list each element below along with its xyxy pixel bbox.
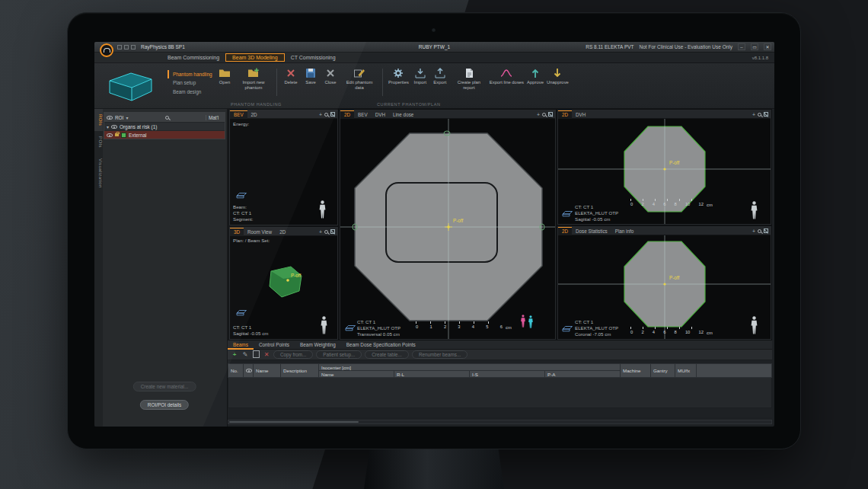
roi-group-row[interactable]: Organs at risk (1) [104,122,225,130]
column-name[interactable]: Name [254,364,281,378]
column-no[interactable]: No. [228,364,244,378]
tab-beam-weighting[interactable]: Beam Weighting [295,340,341,350]
close-button[interactable]: ✕ [764,43,771,50]
expand-icon[interactable] [330,229,335,234]
import-new-phantom-button[interactable]: Import new phantom [236,67,271,90]
unapprove-button[interactable]: Unapprove [547,67,569,85]
tab-beam-3d-modeling[interactable]: Beam 3D Modeling [225,53,285,62]
crosshair-tool-icon[interactable] [319,112,322,117]
eye-icon[interactable] [107,116,113,120]
tab-control-points[interactable]: Control Points [254,340,295,350]
renumber-beams-button[interactable]: Renumber beams... [412,350,468,359]
sagittal-slice-view[interactable]: P-off 024681012 cm CT: CT 1 ELEKTA_HLUT … [558,119,771,224]
crosshair-tool-icon[interactable] [537,112,540,117]
zoom-icon[interactable] [758,113,761,117]
create-plan-report-button[interactable]: Create plan report [452,67,487,90]
zoom-icon[interactable] [324,113,328,117]
column-iso-pa[interactable]: P-A [545,371,621,378]
vp-tab-2d[interactable]: 2D [558,110,572,119]
vp-tab-2d[interactable]: 2D [247,110,261,119]
viewport-sagittal[interactable]: 2D DVH P-off [557,110,771,225]
column-iso-is[interactable]: I-S [470,371,545,378]
column-machine[interactable]: Machine [621,364,651,378]
side-tab-visualization[interactable]: Visualization [94,153,103,193]
close-document-button[interactable]: Close [322,67,339,85]
approve-button[interactable]: Approve [527,67,544,85]
chevron-down-icon[interactable] [126,115,128,120]
expand-icon[interactable] [330,112,335,117]
vp-tab-dvh[interactable]: DVH [372,110,389,119]
system-menu-icon-3[interactable] [131,45,136,50]
viewport-bev[interactable]: BEV 2D Energy: Beam: CT: CT 1 [229,110,338,225]
nav-plan-setup[interactable]: Plan setup [168,78,215,87]
system-menu-icon-2[interactable] [124,45,129,50]
bev-view[interactable]: Energy: Beam: CT: CT 1 Segment: [230,119,337,225]
save-button[interactable]: Save [302,67,319,85]
vp-tab-2d[interactable]: 2D [558,227,572,235]
transversal-slice-view[interactable]: P-off 0123456 cm CT: CT 1 ELEKTA_HLUT OT… [340,119,555,339]
nav-phantom-handling[interactable]: Phantom handling [168,70,215,78]
vp-tab-dvh[interactable]: DVH [572,110,589,119]
vp-tab-2d[interactable]: 2D [340,110,354,119]
column-iso-name[interactable]: Name [319,371,394,378]
horizontal-scrollbar[interactable] [228,420,772,424]
crosshair-tool-icon[interactable] [752,229,755,234]
expand-icon[interactable] [764,229,768,233]
crosshair-tool-icon[interactable] [752,112,755,117]
create-table-button[interactable]: Create table... [365,350,409,359]
tab-beam-commissioning[interactable]: Beam Commissioning [161,54,225,61]
maximize-button[interactable]: ▭ [751,43,758,50]
roi-row-external[interactable]: External [104,130,225,139]
column-description[interactable]: Description [281,364,319,378]
vp-tab-plan-info[interactable]: Plan info [611,227,638,235]
expander-icon[interactable] [107,124,109,129]
patient-setup-button[interactable]: Patient setup... [316,350,362,359]
tab-beams[interactable]: Beams [228,340,254,350]
zoom-icon[interactable] [324,230,328,234]
vp-tab-room-view[interactable]: Room View [244,228,276,236]
eye-icon[interactable] [107,133,113,137]
vp-tab-dose-statistics[interactable]: Dose Statistics [572,227,611,235]
column-iso-rl[interactable]: R-L [394,371,470,378]
copy-beam-icon[interactable] [254,352,260,358]
copy-from-button[interactable]: Copy from... [273,350,313,359]
zoom-icon[interactable] [542,113,546,117]
properties-button[interactable]: Properties [388,67,409,85]
open-button[interactable]: Open [216,67,233,85]
expand-icon[interactable] [548,112,553,117]
edit-phantom-data-button[interactable]: Edit phantom data [342,67,377,90]
viewport-3d[interactable]: 3D Room View 2D Plan: / Beam Set: [229,227,338,340]
coronal-slice-view[interactable]: P-off 024681012 cm CT: CT 1 ELEKTA_HLUT … [558,235,771,339]
column-mu-fx[interactable]: MU/fx [675,364,697,378]
export-button[interactable]: Export [432,67,448,85]
delete-button[interactable]: Delete [282,67,299,85]
column-gantry[interactable]: Gantry [651,364,675,378]
create-new-material-button[interactable]: Create new material... [133,382,196,392]
viewport-transversal[interactable]: 2D BEV DVH Line dose [340,110,556,340]
scrollbar-thumb[interactable] [229,421,359,423]
vp-tab-bev[interactable]: BEV [230,110,247,119]
export-line-doses-button[interactable]: Export line doses [490,67,524,85]
expand-icon[interactable] [764,112,768,117]
side-tab-rois[interactable]: ROIs [94,109,103,131]
side-tab-pois[interactable]: POIs [94,131,103,153]
room3d-view[interactable]: Plan: / Beam Set: P-off CT: CT 1 Sagitta… [230,236,337,339]
add-beam-icon[interactable] [231,351,238,359]
minimize-button[interactable]: – [738,43,745,50]
system-menu-icon-1[interactable] [117,45,122,50]
import-button[interactable]: Import [412,67,429,85]
vp-tab-2d[interactable]: 2D [276,228,289,236]
search-icon[interactable] [165,116,169,120]
column-visibility[interactable] [244,364,254,378]
delete-beam-icon[interactable] [263,351,270,359]
nav-beam-design[interactable]: Beam design [168,88,215,96]
tab-beam-dose-specification-points[interactable]: Beam Dose Specification Points [341,340,421,350]
roi-poi-details-button[interactable]: ROI/POI details [140,400,189,410]
tab-ct-commissioning[interactable]: CT Commissioning [285,54,342,61]
viewport-coronal[interactable]: 2D Dose Statistics Plan info [557,226,771,340]
crosshair-tool-icon[interactable] [319,229,322,235]
zoom-icon[interactable] [758,229,761,233]
column-isocenter-group[interactable]: Isocenter [cm] [319,364,621,371]
vp-tab-3d[interactable]: 3D [230,228,244,236]
eye-icon[interactable] [111,125,117,129]
